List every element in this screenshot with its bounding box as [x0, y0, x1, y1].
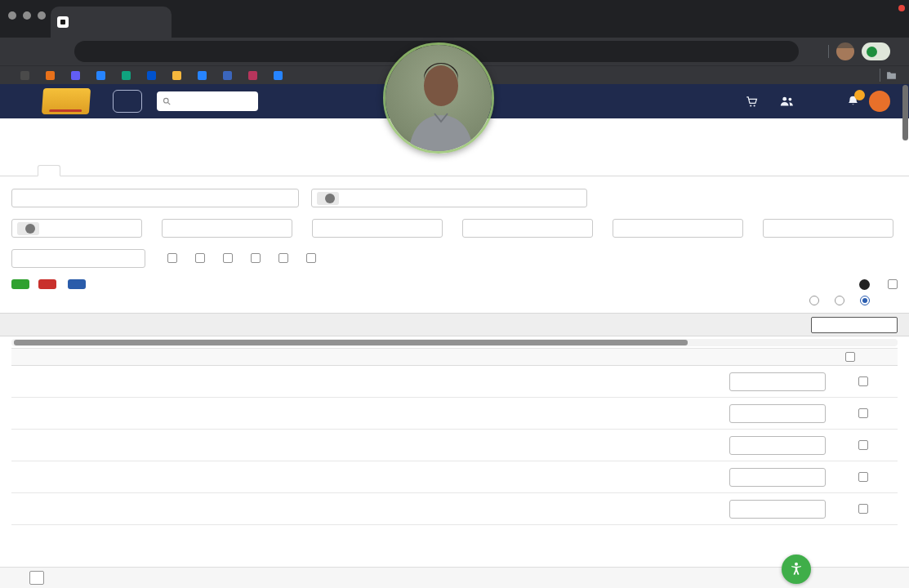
- pagination-bar: [0, 567, 909, 588]
- bookmark-item[interactable]: [223, 71, 236, 80]
- model-search-input[interactable]: [811, 317, 898, 333]
- bookmark-item[interactable]: [71, 71, 84, 80]
- brand-input[interactable]: [162, 219, 292, 238]
- buyer-input[interactable]: [763, 219, 893, 238]
- tags-field: [11, 247, 145, 268]
- stockable-checkbox[interactable]: [195, 253, 205, 263]
- vertical-scrollbar-thumb[interactable]: [902, 85, 908, 140]
- sales-location-field: [311, 186, 587, 207]
- main-content: [0, 118, 909, 588]
- ohao-radio[interactable]: [860, 296, 870, 305]
- exclude-floor-checkbox[interactable]: [888, 279, 898, 289]
- tags-input[interactable]: [11, 249, 145, 268]
- bookmark-favicon-icon: [46, 71, 55, 80]
- bookmark-favicon-icon: [122, 71, 131, 80]
- bookmark-favicon-icon: [223, 71, 232, 80]
- qty-input[interactable]: [729, 436, 826, 455]
- type-input[interactable]: [462, 219, 593, 238]
- folder-icon: [886, 71, 897, 80]
- page-button[interactable]: [29, 571, 44, 585]
- add-to-purchase-order-button[interactable]: [68, 279, 86, 289]
- window-controls[interactable]: [8, 11, 46, 20]
- all-bookmarks-button[interactable]: [886, 71, 901, 80]
- sales-location-input[interactable]: [311, 189, 587, 207]
- remove-tag-icon[interactable]: [325, 194, 335, 203]
- select-all-checkbox[interactable]: [845, 352, 855, 362]
- category-field: [312, 216, 443, 238]
- bookmark-item[interactable]: [147, 71, 160, 80]
- notification-badge: [854, 90, 865, 100]
- low-stock-checkbox[interactable]: [251, 253, 261, 263]
- summary-bar: [0, 313, 909, 336]
- horizontal-scrollbar[interactable]: [11, 339, 898, 346]
- qty-input[interactable]: [729, 404, 826, 423]
- bookmark-item[interactable]: [96, 71, 109, 80]
- row-checkbox[interactable]: [858, 376, 868, 386]
- tab-allocations[interactable]: [16, 166, 38, 176]
- browser-tab-strip: [0, 0, 909, 38]
- type-field: [462, 216, 593, 238]
- vendor-field: [613, 216, 743, 238]
- category-input[interactable]: [312, 219, 443, 238]
- presenter-video: [385, 45, 494, 154]
- table-header: [11, 348, 898, 366]
- exclude-floor-stock: [883, 279, 898, 289]
- location-select[interactable]: [11, 189, 299, 207]
- user-avatar[interactable]: [869, 91, 890, 112]
- bookmark-favicon-icon: [172, 71, 181, 80]
- non-stock-items-checkbox[interactable]: [306, 253, 316, 263]
- qty-input[interactable]: [729, 372, 826, 391]
- oha-radio[interactable]: [835, 296, 844, 305]
- burts-logo[interactable]: [42, 88, 91, 114]
- bookmark-item[interactable]: [172, 71, 185, 80]
- filters-panel: [0, 176, 909, 305]
- bookmark-item[interactable]: [274, 71, 287, 80]
- clear-filters-button[interactable]: [38, 279, 56, 289]
- brand-field: [162, 216, 292, 238]
- sales-location-tag: [317, 192, 339, 205]
- bookmark-favicon-icon: [274, 71, 283, 80]
- bookmark-item[interactable]: [122, 71, 135, 80]
- vendor-input[interactable]: [613, 219, 743, 238]
- update-icon: [867, 47, 877, 57]
- remove-tag-icon[interactable]: [25, 224, 35, 234]
- toolbar-divider: [828, 45, 829, 58]
- serialized-checkbox[interactable]: [167, 253, 177, 263]
- row-checkbox[interactable]: [858, 472, 868, 482]
- scrollbar-thumb[interactable]: [14, 340, 688, 345]
- row-checkbox[interactable]: [858, 504, 868, 514]
- recording-indicator: [898, 5, 905, 11]
- bookmark-favicon-icon: [71, 71, 80, 80]
- app-search-box[interactable]: [157, 91, 258, 111]
- qty-input[interactable]: [729, 500, 826, 519]
- table-row: [11, 398, 898, 430]
- info-icon[interactable]: [859, 279, 870, 290]
- row-checkbox[interactable]: [858, 408, 868, 418]
- accessibility-widget[interactable]: [782, 555, 811, 584]
- menu-hamburger-button[interactable]: [113, 90, 142, 113]
- bookmark-favicon-icon: [248, 71, 257, 80]
- app-header-icons: [671, 95, 859, 108]
- tab-stock-levels[interactable]: [38, 165, 60, 176]
- filter-checkboxes: [163, 253, 316, 268]
- cart-icon[interactable]: [745, 96, 759, 108]
- browser-tab[interactable]: [51, 7, 172, 38]
- app-search-input[interactable]: [175, 96, 252, 106]
- mins-only-checkbox[interactable]: [223, 253, 233, 263]
- table-row: [11, 430, 898, 461]
- bookmark-item[interactable]: [46, 71, 59, 80]
- new-chrome-button[interactable]: [862, 42, 890, 60]
- bookmark-item[interactable]: [198, 71, 211, 80]
- part-checkbox[interactable]: [278, 253, 288, 263]
- product-group-input[interactable]: [11, 219, 142, 238]
- webcam-overlay[interactable]: [383, 42, 494, 154]
- row-checkbox[interactable]: [858, 440, 868, 450]
- bookmark-item[interactable]: [20, 71, 33, 80]
- bell-icon[interactable]: [847, 95, 859, 108]
- qty-input[interactable]: [729, 468, 826, 487]
- bookmark-item[interactable]: [248, 71, 261, 80]
- users-icon[interactable]: [780, 96, 794, 107]
- profile-avatar[interactable]: [836, 42, 854, 60]
- oho-radio[interactable]: [809, 296, 819, 305]
- show-models-button[interactable]: [11, 279, 29, 289]
